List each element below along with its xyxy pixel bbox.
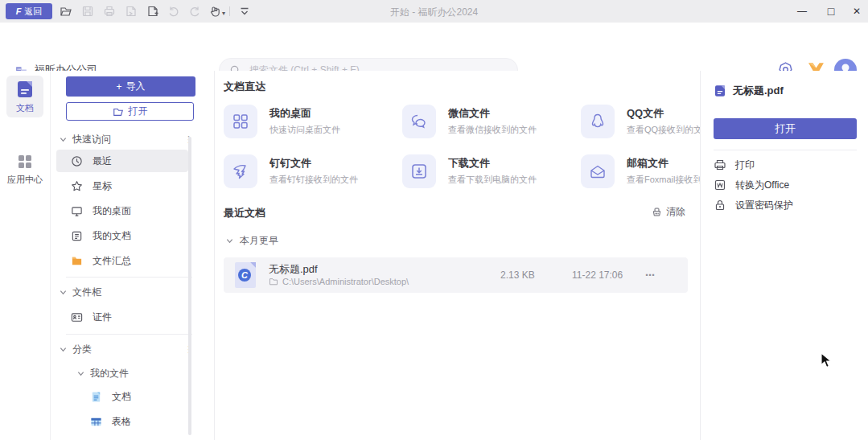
open-button[interactable]: 打开 (66, 102, 194, 121)
close-button[interactable]: ✕ (845, 0, 868, 23)
card-qq-files[interactable]: QQ文件 查看QQ接收到的文件 (581, 105, 700, 140)
card-desc: 查看微信接收到的文件 (448, 124, 537, 136)
chevron-down-icon (60, 346, 67, 353)
rail-item-documents[interactable]: 文档 (6, 76, 43, 117)
file-name: 无标题.pdf (269, 262, 318, 277)
folder-small-icon (269, 277, 278, 286)
card-mail-files[interactable]: 邮箱文件 查看Foxmail接收到的文件 (581, 154, 700, 190)
card-dingtalk-files[interactable]: 钉钉文件 查看钉钉接收到的文件 (224, 154, 396, 190)
nav-item-label: 最近 (93, 154, 112, 168)
file-more-button[interactable]: ⋯ (645, 269, 656, 281)
card-wechat-files[interactable]: 微信文件 查看微信接收到的文件 (402, 105, 574, 140)
qq-penguin-icon (581, 105, 615, 138)
clear-label: 清除 (666, 205, 685, 219)
nav-item-label: 我的桌面 (93, 204, 131, 218)
action-convert-office[interactable]: 转换为Office (714, 178, 858, 192)
word-doc-icon (714, 179, 726, 191)
open-button-label: 打开 (129, 105, 148, 118)
nav-item-label: 证件 (93, 310, 112, 324)
card-my-desktop[interactable]: 我的桌面 快速访问桌面文件 (224, 105, 396, 140)
nav-divider (66, 334, 192, 335)
left-rail: 文档 应用中心 (0, 71, 51, 440)
wechat-icon (402, 105, 436, 138)
card-desc: 快速访问桌面文件 (269, 124, 340, 136)
import-button[interactable]: + 导入 (66, 76, 195, 97)
action-label: 打印 (735, 158, 755, 172)
printer-icon (714, 158, 726, 171)
panel-divider (714, 150, 857, 150)
action-label: 转换为Office (735, 179, 789, 192)
id-card-icon (71, 311, 83, 323)
group-earlier-this-month[interactable]: 本月更早 (226, 234, 278, 248)
group-label: 本月更早 (240, 234, 278, 248)
direct-access-title: 文档直达 (224, 80, 265, 94)
import-button-label: 导入 (126, 80, 146, 93)
card-title: 微信文件 (448, 106, 537, 121)
clock-icon (71, 155, 83, 167)
nav-scrollbar[interactable] (188, 137, 191, 435)
folder-orange-icon (71, 255, 83, 267)
file-path: C:\Users\Administrator\Desktop\ (282, 277, 409, 286)
section-category[interactable]: 分类 ⋮ (60, 343, 204, 356)
panel-file-header: 无标题.pdf (714, 84, 784, 98)
minimize-button[interactable]: — (791, 0, 813, 23)
action-password-protect[interactable]: 设置密码保护 (714, 198, 858, 212)
maximize-button[interactable]: □ (820, 0, 842, 23)
nav-item-my-desktop[interactable]: 我的桌面 (56, 199, 188, 222)
rail-item-app-center[interactable]: 应用中心 (6, 148, 43, 190)
card-title: 下载文件 (448, 156, 537, 171)
nav-item-recent[interactable]: 最近 (56, 150, 188, 172)
card-desc: 查看下载到电脑的文件 (448, 174, 537, 186)
card-title: 我的桌面 (269, 106, 340, 121)
nav-item-starred[interactable]: 星标 (56, 175, 188, 197)
panel-open-button[interactable]: 打开 (714, 118, 857, 139)
doc-blue-icon (90, 391, 102, 403)
nav-group-my-files[interactable]: 我的文件 (77, 367, 222, 380)
chevron-down-icon (60, 136, 67, 143)
section-title: 快速访问 (72, 133, 111, 146)
section-quick-access[interactable]: 快速访问 ⋮ (60, 133, 204, 146)
chevron-down-icon (60, 289, 67, 296)
panel-file-name: 无标题.pdf (733, 84, 784, 98)
nav-item-label: 星标 (93, 179, 112, 193)
nav-item-certificates[interactable]: 证件 (56, 306, 188, 328)
section-title: 文件柜 (72, 286, 101, 299)
app-grid-icon (16, 153, 34, 171)
recent-docs-title: 最近文档 (224, 206, 265, 220)
card-download-files[interactable]: 下载文件 查看下载到电脑的文件 (402, 154, 574, 190)
plus-icon: + (116, 81, 121, 93)
card-title: 邮箱文件 (627, 156, 700, 171)
nav-item-label: 文档 (112, 390, 131, 404)
clear-broom-icon (652, 207, 662, 217)
nav-item-docs[interactable]: 文档 (56, 385, 188, 408)
lock-icon (714, 199, 726, 212)
nav-item-sheets[interactable]: 表格 (56, 410, 188, 433)
nav-item-my-documents[interactable]: 我的文档 (56, 224, 188, 247)
nav-panel: + 导入 打开 快速访问 ⋮ 最近 星标 我的桌面 我的文档 (51, 71, 215, 440)
card-title: 钉钉文件 (269, 156, 358, 171)
card-desc: 查看QQ接收到的文件 (627, 124, 700, 136)
nav-item-label: 表格 (112, 415, 131, 429)
clear-recent-button[interactable]: 清除 (652, 205, 685, 219)
dingtalk-wing-icon (224, 154, 257, 188)
main-content: 文档直达 我的桌面 快速访问桌面文件 微信文件 查看微信接收到的文件 (215, 71, 700, 440)
section-file-cabinet[interactable]: 文件柜 (60, 286, 204, 298)
chevron-down-icon (77, 370, 84, 377)
file-time: 11-22 17:06 (572, 269, 623, 281)
nav-item-label: 文件汇总 (93, 254, 131, 268)
card-desc: 查看钉钉接收到的文件 (269, 174, 358, 186)
detail-panel: 无标题.pdf 打开 打印 转换为Office 设置密码保护 (700, 71, 868, 440)
titlebar: F 返回 ▾ 开始 - 福昕办公2024 — □ ✕ (0, 0, 868, 23)
window-title: 开始 - 福昕办公2024 (0, 6, 868, 19)
desktop-icon (71, 205, 83, 217)
file-row[interactable]: C 无标题.pdf C:\Users\Administrator\Desktop… (224, 257, 688, 293)
action-print[interactable]: 打印 (714, 158, 858, 172)
desktop-grid-icon (224, 105, 257, 138)
document-icon (15, 80, 35, 99)
folder-open-icon (113, 106, 124, 117)
rail-item-label: 文档 (16, 102, 34, 114)
file-size: 2.13 KB (500, 269, 535, 281)
chevron-down-icon (226, 237, 233, 245)
nav-item-label: 我的文档 (93, 229, 131, 243)
nav-item-file-summary[interactable]: 文件汇总 (56, 249, 188, 272)
